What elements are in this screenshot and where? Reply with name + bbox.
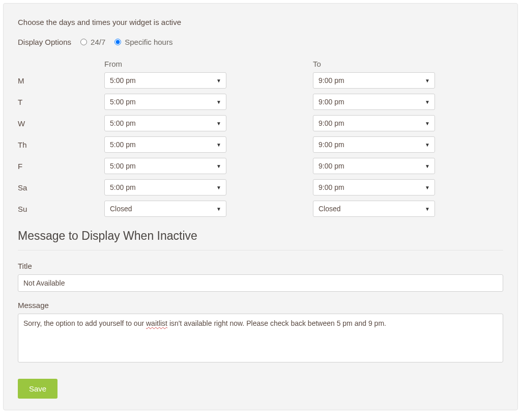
title-field-group: Title	[18, 262, 503, 292]
day-label: Su	[18, 205, 104, 213]
from-time-select[interactable]: 5:00 pm	[104, 158, 226, 174]
radio-specific-hours-label: Specific hours	[125, 38, 172, 46]
message-text-misspelled: waitlist	[146, 319, 167, 327]
schedule-row: F5:00 pm▼9:00 pm▼	[18, 158, 503, 174]
to-time-select[interactable]: 9:00 pm	[313, 94, 435, 110]
day-label: Sa	[18, 183, 104, 192]
day-label: W	[18, 119, 104, 128]
schedule-row: Th5:00 pm▼9:00 pm▼	[18, 136, 503, 153]
day-label: Th	[18, 141, 104, 149]
to-time-select[interactable]: 9:00 pm	[313, 115, 435, 131]
from-time-select[interactable]: 5:00 pm	[104, 94, 226, 110]
header-to: To	[313, 60, 503, 68]
radio-specific-hours-input[interactable]	[114, 39, 121, 45]
from-time-select[interactable]: 5:00 pm	[104, 115, 226, 131]
divider	[18, 250, 503, 250]
title-label: Title	[18, 262, 503, 270]
inactive-section-heading: Message to Display When Inactive	[18, 229, 503, 243]
schedule-row: T5:00 pm▼9:00 pm▼	[18, 94, 503, 110]
day-label: M	[18, 76, 104, 85]
to-time-select[interactable]: Closed	[313, 201, 435, 217]
schedule-row: M5:00 pm▼9:00 pm▼	[18, 72, 503, 89]
schedule-row: Sa5:00 pm▼9:00 pm▼	[18, 179, 503, 195]
to-time-select[interactable]: 9:00 pm	[313, 179, 435, 195]
message-text-before: Sorry, the option to add yourself to our	[23, 319, 146, 327]
intro-text: Choose the days and times your widget is…	[18, 18, 503, 26]
radio-247-label: 24/7	[91, 38, 105, 46]
message-textarea[interactable]: Sorry, the option to add yourself to our…	[18, 314, 503, 362]
radio-247-input[interactable]	[80, 39, 87, 45]
message-field-group: Message Sorry, the option to add yoursel…	[18, 301, 503, 362]
display-options-radio-group: 24/7 Specific hours	[80, 38, 172, 46]
message-text-after: isn't available right now. Please check …	[167, 319, 386, 327]
title-input[interactable]	[18, 274, 503, 292]
schedule-grid: From To M5:00 pm▼9:00 pm▼T5:00 pm▼9:00 p…	[18, 60, 503, 217]
to-time-select[interactable]: 9:00 pm	[313, 136, 435, 153]
message-label: Message	[18, 301, 503, 310]
from-time-select[interactable]: 5:00 pm	[104, 72, 226, 89]
schedule-row: SuClosed▼Closed▼	[18, 201, 503, 217]
to-time-select[interactable]: 9:00 pm	[313, 72, 435, 89]
to-time-select[interactable]: 9:00 pm	[313, 158, 435, 174]
save-button[interactable]: Save	[18, 379, 57, 399]
day-label: F	[18, 162, 104, 171]
header-from: From	[104, 60, 313, 68]
schedule-header: From To	[18, 60, 503, 68]
from-time-select[interactable]: 5:00 pm	[104, 179, 226, 195]
from-time-select[interactable]: Closed	[104, 201, 226, 217]
settings-panel: Choose the days and times your widget is…	[3, 3, 518, 410]
schedule-row: W5:00 pm▼9:00 pm▼	[18, 115, 503, 131]
display-options-row: Display Options 24/7 Specific hours	[18, 38, 503, 46]
radio-specific-hours[interactable]: Specific hours	[114, 38, 172, 46]
day-label: T	[18, 98, 104, 106]
radio-247[interactable]: 24/7	[80, 38, 105, 46]
from-time-select[interactable]: 5:00 pm	[104, 136, 226, 153]
display-options-label: Display Options	[18, 38, 71, 46]
